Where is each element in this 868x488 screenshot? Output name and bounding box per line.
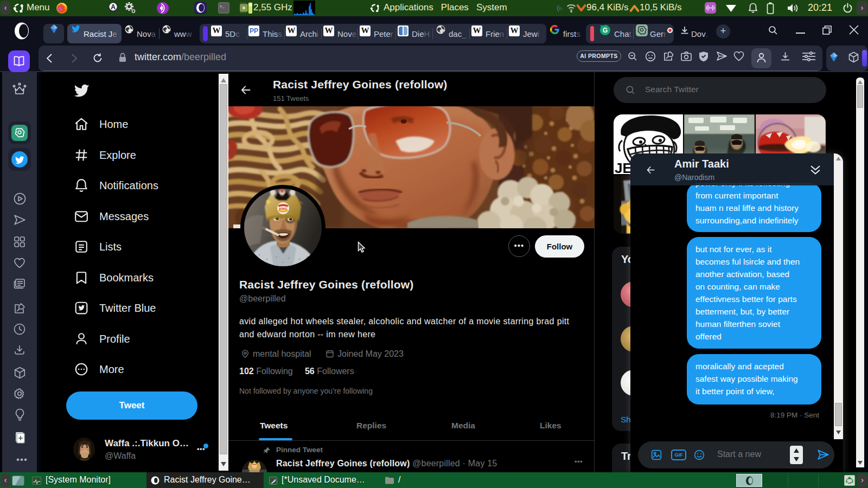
- svg-text:G: G: [603, 27, 608, 34]
- svg-text:>_: >_: [220, 4, 225, 9]
- svg-text:KING: KING: [279, 207, 288, 210]
- svg-text:A: A: [111, 3, 116, 11]
